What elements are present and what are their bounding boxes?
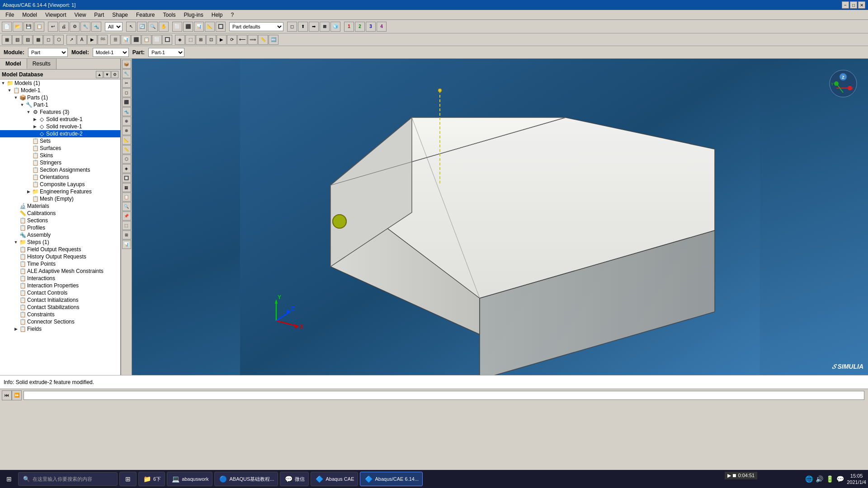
tb2-btn7[interactable]: ↗ — [66, 35, 76, 45]
tb-icon1[interactable]: ⬜ — [172, 22, 182, 32]
expand-engineering-features[interactable]: ▶ — [25, 188, 32, 195]
num4[interactable]: 4 — [377, 22, 387, 32]
maximize-button[interactable]: □ — [850, 1, 857, 9]
tb2-btn19[interactable]: ⊞ — [196, 35, 206, 45]
expand-model1[interactable]: ▼ — [6, 87, 13, 94]
history-btn[interactable]: ⏮ — [2, 390, 12, 400]
model-select[interactable]: Model-1 — [93, 48, 129, 57]
start-button[interactable]: ⊞ — [2, 472, 16, 486]
tree-item-fields[interactable]: ▶📋Fields — [0, 325, 120, 333]
tool4[interactable]: 🔩 — [91, 22, 101, 32]
panel-options-btn[interactable]: ⚙ — [111, 71, 118, 78]
lv-btn11[interactable]: ⬡ — [122, 155, 131, 164]
tb2-btn25[interactable]: 📏 — [258, 35, 268, 45]
fast-back-btn[interactable]: ⏩ — [12, 390, 22, 400]
panel-expand-btn[interactable]: ▼ — [104, 71, 111, 78]
minimize-button[interactable]: − — [842, 1, 849, 9]
lv-btn5[interactable]: ⬛ — [122, 98, 131, 107]
expand-steps[interactable]: ▼ — [13, 239, 19, 245]
tree-item-assembly[interactable]: 🔩Assembly — [0, 231, 120, 239]
close-button[interactable]: ✕ — [858, 1, 865, 9]
tree-item-contact-init[interactable]: 📋Contact Initializations — [0, 296, 120, 304]
lv-btn6[interactable]: 🔩 — [122, 107, 131, 116]
lv-btn10[interactable]: 📏 — [122, 145, 131, 154]
tb2-btn26[interactable]: 🔤 — [269, 35, 278, 45]
menu-plugins[interactable]: Plug-ins — [180, 11, 207, 19]
tree-item-connector-sections[interactable]: 📋Connector Sections — [0, 318, 120, 325]
lv-btn15[interactable]: 📋 — [122, 192, 131, 202]
print-button[interactable]: 🖨 — [59, 22, 69, 32]
menu-view[interactable]: View — [71, 11, 90, 19]
view-top[interactable]: ⬆ — [298, 22, 308, 32]
tree-item-models[interactable]: ▼📁Models (1) — [0, 80, 120, 87]
tree-item-model1[interactable]: ▼📋Model-1 — [0, 87, 120, 94]
num3[interactable]: 3 — [366, 22, 376, 32]
part-defaults-select[interactable]: Part defaults — [229, 22, 283, 31]
num1[interactable]: 1 — [344, 22, 354, 32]
tb2-btn23[interactable]: ⟵ — [237, 35, 247, 45]
filter-select[interactable]: All — [105, 22, 123, 31]
tree-item-sections[interactable]: 📋Sections — [0, 217, 120, 224]
num2[interactable]: 2 — [355, 22, 365, 32]
save-copy-button[interactable]: 📋 — [34, 22, 44, 32]
menu-question[interactable]: ? — [227, 11, 237, 19]
taskbar-file-explorer[interactable]: 📁 6下 — [138, 472, 165, 486]
taskbar-abaqus-tutorial[interactable]: 🔵 ABAQUS基础教程... — [214, 472, 278, 486]
tb2-btn24[interactable]: ⟹ — [248, 35, 258, 45]
lv-btn12[interactable]: ◈ — [122, 164, 131, 173]
zoom-btn[interactable]: 🔍 — [148, 22, 158, 32]
tb2-btn16[interactable]: 🔲 — [162, 35, 172, 45]
view-3d[interactable]: 🧊 — [330, 22, 340, 32]
lv-btn16[interactable]: 🔍 — [122, 202, 131, 211]
tb2-btn13[interactable]: ⬛ — [131, 35, 141, 45]
lv-btn9[interactable]: 📐 — [122, 136, 131, 145]
tree-item-features[interactable]: ▼⚙Features (3) — [0, 108, 120, 116]
tree-item-time-points[interactable]: 📋Time Points — [0, 260, 120, 267]
search-bar[interactable]: 🔍 在这里输入你要搜索的内容 — [18, 472, 118, 486]
lv-btn2[interactable]: 🔧 — [122, 69, 131, 78]
tb-icon4[interactable]: 📐 — [205, 22, 215, 32]
taskbar-wechat[interactable]: 💬 微信 — [280, 472, 309, 486]
module-select[interactable]: Part Assembly Step Interaction Mesh Job … — [28, 48, 68, 57]
tb2-btn22[interactable]: ⟳ — [227, 35, 237, 45]
rotate-btn[interactable]: 🔄 — [137, 22, 147, 32]
tool3[interactable]: 🔧 — [80, 22, 90, 32]
lv-btn17[interactable]: 📌 — [122, 211, 131, 221]
tb2-btn5[interactable]: ◻ — [43, 35, 53, 45]
part-select[interactable]: Part-1 — [148, 48, 184, 57]
tree-item-steps[interactable]: ▼📁Steps (1) — [0, 239, 120, 246]
taskbar-abaquswork[interactable]: 💻 abaquswork — [167, 472, 212, 486]
tree-item-parts[interactable]: ▼📦Parts (1) — [0, 94, 120, 101]
tree-item-interaction-props[interactable]: 📋Interaction Properties — [0, 282, 120, 289]
view-side[interactable]: 🔳 — [320, 22, 330, 32]
lv-btn8[interactable]: ⊗ — [122, 126, 131, 135]
lv-btn1[interactable]: 📦 — [122, 60, 131, 69]
lv-btn7[interactable]: ⊕ — [122, 117, 131, 126]
tb2-btn2[interactable]: ▧ — [12, 35, 22, 45]
menu-file[interactable]: File — [2, 11, 18, 19]
tb2-btn8[interactable]: A — [77, 35, 87, 45]
expand-fields[interactable]: ▶ — [13, 326, 19, 332]
menu-shape[interactable]: Shape — [108, 11, 132, 19]
menu-help[interactable]: Help — [208, 11, 226, 19]
tb2-btn18[interactable]: ⬚ — [185, 35, 195, 45]
pan-btn[interactable]: ✋ — [159, 22, 169, 32]
settings-button[interactable]: ⚙ — [70, 22, 80, 32]
tree-item-part1[interactable]: ▼🔧Part-1 — [0, 101, 120, 108]
taskbar-abaqus-cae1[interactable]: 🔷 Abaqus CAE — [311, 472, 358, 486]
expand-features[interactable]: ▼ — [25, 109, 32, 115]
tb2-btn6[interactable]: ⬡ — [54, 35, 64, 45]
tb-icon2[interactable]: ⬛ — [183, 22, 193, 32]
select-btn[interactable]: ↖ — [126, 22, 136, 32]
lv-btn14[interactable]: ▦ — [122, 183, 131, 192]
viewport[interactable]: Y X Z Z — [132, 59, 868, 375]
lv-btn18[interactable]: ⬚ — [122, 221, 131, 230]
tb2-btn1[interactable]: ▦ — [2, 35, 12, 45]
tb-icon3[interactable]: 📊 — [194, 22, 204, 32]
lv-btn3[interactable]: ✂ — [122, 79, 131, 88]
taskbar-abaqus-cae2[interactable]: 🔷 Abaqus/CAE 6.14... — [360, 472, 423, 486]
tb2-btn12[interactable]: 📊 — [121, 35, 131, 45]
tree-item-constraints[interactable]: 📋Constraints — [0, 311, 120, 318]
tb2-btn11[interactable]: ☰ — [110, 35, 120, 45]
tree-item-section-assignments[interactable]: 📋Section Assignments — [0, 166, 120, 174]
